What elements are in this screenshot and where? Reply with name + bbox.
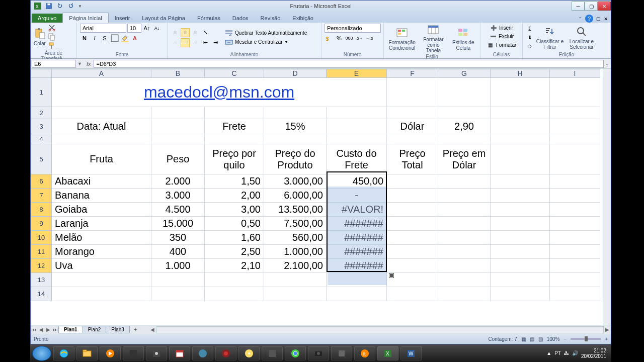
select-all-corner[interactable] xyxy=(31,69,52,78)
font-name-combo[interactable]: Arial xyxy=(80,24,126,33)
cell[interactable] xyxy=(438,245,491,259)
align-middle-icon[interactable]: ≡ xyxy=(181,28,190,37)
autosum-icon[interactable]: Σ xyxy=(526,25,534,33)
cell[interactable]: Preço por quilo xyxy=(205,144,264,174)
cell[interactable]: Data: Atual xyxy=(52,119,151,134)
cell[interactable]: Laranja xyxy=(52,217,151,231)
cell[interactable] xyxy=(491,203,550,217)
cell[interactable] xyxy=(387,174,438,189)
indent-inc-icon[interactable]: ⇥ xyxy=(211,38,220,47)
row-header[interactable]: 14 xyxy=(31,287,52,301)
cell[interactable]: 2,50 xyxy=(205,245,264,259)
cell[interactable]: ####### xyxy=(327,231,387,245)
cell[interactable] xyxy=(550,203,600,217)
cell[interactable] xyxy=(550,231,600,245)
indent-dec-icon[interactable]: ⇤ xyxy=(201,38,210,47)
cell[interactable]: - xyxy=(327,189,387,203)
cell[interactable] xyxy=(438,134,491,144)
cell[interactable] xyxy=(205,107,264,119)
cell[interactable] xyxy=(438,189,491,203)
row-header[interactable]: 4 xyxy=(31,134,52,144)
tab-nav-next[interactable]: ▶ xyxy=(45,327,52,332)
cell[interactable] xyxy=(491,107,550,119)
increase-decimal-icon[interactable]: .0→ xyxy=(355,34,364,43)
undo-icon[interactable] xyxy=(56,2,64,10)
align-bottom-icon[interactable]: ≡ xyxy=(191,28,200,37)
close-workbook-icon[interactable]: ✕ xyxy=(604,16,608,22)
cell[interactable]: 560,00 xyxy=(264,231,327,245)
cell[interactable]: Fruta xyxy=(52,144,151,174)
tray-show-hidden-icon[interactable]: ▲ xyxy=(546,350,551,356)
cell[interactable]: 0,50 xyxy=(205,217,264,231)
cell[interactable]: 4.500 xyxy=(151,203,205,217)
cell[interactable] xyxy=(491,245,550,259)
cell[interactable]: Goiaba xyxy=(52,203,151,217)
align-center-icon[interactable]: ≡ xyxy=(181,38,190,47)
new-sheet-icon[interactable]: ✦ xyxy=(132,327,139,332)
autofill-options-icon[interactable] xyxy=(389,273,394,278)
number-format-combo[interactable]: Personalizado xyxy=(325,24,381,33)
cond-format-button[interactable]: Formatação Condicional xyxy=(387,27,417,51)
cell[interactable]: Abacaxi xyxy=(52,174,151,189)
cell[interactable] xyxy=(151,287,205,301)
cell[interactable]: Morango xyxy=(52,245,151,259)
redo-icon[interactable] xyxy=(67,2,75,10)
cell[interactable] xyxy=(550,273,600,287)
cell[interactable]: #VALOR! xyxy=(327,203,387,217)
cell[interactable]: ####### xyxy=(327,245,387,259)
percent-icon[interactable]: % xyxy=(335,34,344,43)
view-normal-icon[interactable]: ▦ xyxy=(521,336,526,342)
cell[interactable]: 6.000,00 xyxy=(264,189,327,203)
view-layout-icon[interactable]: ▤ xyxy=(530,336,534,342)
cell[interactable] xyxy=(491,144,550,174)
cell[interactable] xyxy=(52,287,151,301)
tab-home[interactable]: Página Inicial xyxy=(62,13,108,23)
taskbar-app6-icon[interactable] xyxy=(331,346,352,360)
cell[interactable] xyxy=(387,273,438,287)
cell[interactable]: 450,00 xyxy=(327,174,387,189)
cell[interactable] xyxy=(387,287,438,301)
cell[interactable] xyxy=(491,134,550,144)
cell[interactable] xyxy=(550,144,600,174)
paste-button[interactable]: Colar xyxy=(34,28,46,46)
cell[interactable]: 2,10 xyxy=(205,259,264,273)
hscroll-left[interactable]: ◀ xyxy=(149,327,156,332)
tray-network-icon[interactable]: 🖧 xyxy=(564,350,569,356)
hscroll-right[interactable]: ▶ xyxy=(604,327,611,332)
formula-input[interactable]: =D6*D3 xyxy=(94,60,604,68)
cell[interactable] xyxy=(151,107,205,119)
restore-workbook-icon[interactable]: ▢ xyxy=(596,16,601,21)
horizontal-scrollbar[interactable] xyxy=(156,326,604,333)
cell[interactable]: Peso xyxy=(151,144,205,174)
cell[interactable]: Preço em Dólar xyxy=(438,144,491,174)
tray-volume-icon[interactable]: 🔊 xyxy=(572,350,578,356)
cell[interactable] xyxy=(205,287,264,301)
cell[interactable] xyxy=(387,134,438,144)
sheet-tab-2[interactable]: Plan2 xyxy=(83,326,107,333)
cell[interactable]: 1,60 xyxy=(205,231,264,245)
maximize-button[interactable]: ▢ xyxy=(585,2,598,11)
cell[interactable] xyxy=(387,231,438,245)
cell[interactable] xyxy=(52,134,151,144)
tray-date[interactable]: 20/02/2011 xyxy=(581,353,606,359)
delete-cells-button[interactable]: ➖Excluir xyxy=(489,32,514,40)
cell[interactable] xyxy=(438,174,491,189)
cell[interactable]: 13.500,00 xyxy=(264,203,327,217)
cell[interactable] xyxy=(491,273,550,287)
row-header[interactable]: 9 xyxy=(31,217,52,231)
row-header[interactable]: 5 xyxy=(31,144,52,174)
view-pagebreak-icon[interactable]: ▧ xyxy=(538,336,543,342)
cell[interactable]: 2,00 xyxy=(205,189,264,203)
cell[interactable] xyxy=(491,189,550,203)
cell[interactable] xyxy=(52,107,151,119)
taskbar-wmp-icon[interactable] xyxy=(100,346,121,360)
expand-formula-icon[interactable]: ⌄ xyxy=(604,61,611,66)
sort-filter-button[interactable]: Classificar e Filtrar xyxy=(536,26,564,50)
col-header-C[interactable]: C xyxy=(205,69,264,78)
zoom-out-icon[interactable]: − xyxy=(564,336,567,342)
cell[interactable] xyxy=(52,273,151,287)
vertical-scrollbar[interactable] xyxy=(603,69,611,325)
cell[interactable] xyxy=(550,107,600,119)
cell[interactable]: 3,00 xyxy=(205,203,264,217)
name-box[interactable]: E6 xyxy=(32,60,76,68)
